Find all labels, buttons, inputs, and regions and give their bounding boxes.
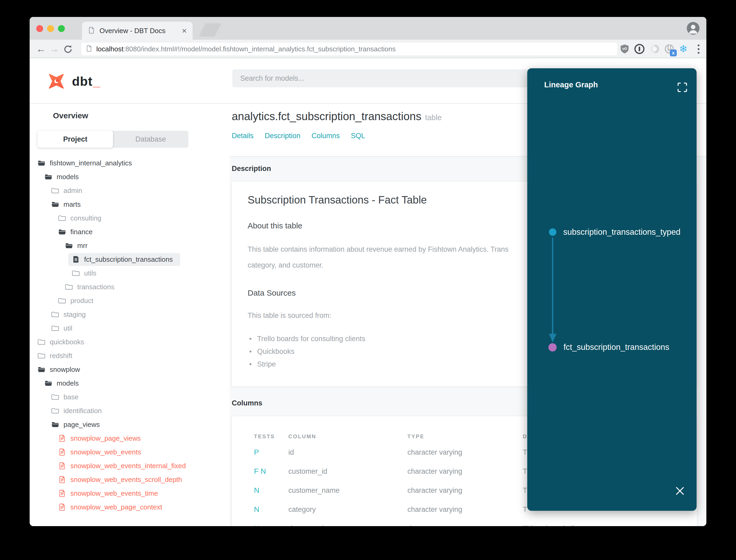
tree-item-label: mrr (77, 242, 88, 250)
tree-item-snowplow_web_events[interactable]: snowplow_web_events (30, 445, 230, 459)
chevron-right-icon[interactable]: › (631, 522, 634, 526)
tree-item-label: snowplow (50, 365, 80, 374)
tab-project[interactable]: Project (38, 131, 113, 148)
folder-closed-icon (58, 214, 66, 222)
folder-closed-icon (51, 310, 59, 318)
column-header-column: COLUMN (288, 433, 407, 440)
column-name: customer_name (288, 486, 407, 495)
tree-item-snowplow[interactable]: snowplow (30, 363, 230, 376)
tree-item-mrr[interactable]: mrr (30, 239, 230, 252)
project-database-toggle: ProjectDatabase (38, 131, 188, 148)
tree-item-utils[interactable]: utils (30, 266, 230, 280)
tree-item-models[interactable]: models (30, 170, 230, 184)
tab-title: Overview - DBT Docs (100, 27, 178, 35)
model-file-icon (58, 476, 66, 484)
profile-avatar[interactable] (687, 22, 699, 35)
close-window-button[interactable] (36, 25, 43, 32)
address-bar[interactable]: localhost:8080/index.html#!/model/model.… (81, 42, 618, 56)
tree-item-label: page_views (64, 421, 100, 429)
tab-circle-icon[interactable] (649, 43, 661, 55)
ublock-shield-icon[interactable]: uO (619, 43, 630, 55)
url-host: localhost (96, 45, 124, 53)
model-nav-columns[interactable]: Columns (312, 132, 340, 140)
snowflake-icon[interactable]: ❄ (678, 43, 689, 55)
minimize-window-button[interactable] (47, 25, 54, 32)
tree-item-marts[interactable]: marts (30, 197, 230, 211)
lineage-node-subscription_transactions_typed[interactable]: subscription_transactions_typed (549, 225, 680, 240)
dbt-logo[interactable]: dbt_ (45, 70, 100, 93)
tree-item-transactions[interactable]: transactions (30, 280, 230, 294)
folder-closed-icon (65, 283, 73, 291)
reload-icon[interactable] (63, 44, 73, 55)
tree-item-product[interactable]: product (30, 294, 230, 308)
tree-item-label: identification (64, 407, 102, 415)
browser-window: Overview - DBT Docs × ← → localhost:8080… (30, 17, 706, 526)
model-nav-sql[interactable]: SQL (351, 132, 365, 140)
tree-item-identification[interactable]: identification (30, 404, 230, 418)
browser-tab[interactable]: Overview - DBT Docs × (82, 22, 193, 40)
url-path: :8080/index.html#!/model/model.fishtown_… (124, 45, 396, 53)
forward-icon: → (48, 40, 60, 58)
back-icon[interactable]: ← (35, 40, 47, 58)
tree-item-label: finance (70, 228, 93, 236)
tree-item-snowplow_page_views[interactable]: snowplow_page_views (30, 431, 230, 445)
tree-item-staging[interactable]: staging (30, 308, 230, 321)
sidebar-heading-overview[interactable]: Overview (53, 111, 230, 120)
tree-item-page_views[interactable]: page_views (30, 418, 230, 431)
tree-item-label: admin (64, 187, 82, 195)
screenshot-canvas: Overview - DBT Docs × ← → localhost:8080… (0, 0, 736, 560)
folder-closed-icon (51, 407, 59, 415)
lineage-graph-panel: Lineage Graph subscription_transactions_… (527, 68, 697, 511)
tree-item-util[interactable]: util (30, 321, 230, 335)
column-type: character varying (407, 448, 523, 457)
tree-item-label: redshift (50, 352, 72, 360)
extension-icons: uO x ❄ (695, 40, 706, 58)
onepassword-icon[interactable] (634, 43, 645, 55)
lineage-close-icon[interactable] (674, 485, 686, 497)
column-type: character varying (407, 505, 523, 514)
model-file-icon (58, 462, 66, 470)
folder-open-icon (51, 421, 59, 428)
tree-item-label: snowplow_web_events_internal_fixed (70, 462, 186, 470)
lineage-node-fct_subscription_transactions[interactable]: fct_subscription_transactions (548, 340, 669, 355)
tree-item-fct_subscription_transactions[interactable]: fct_subscription_transactions (30, 252, 230, 266)
tree-item-label: snowplow_page_views (70, 434, 141, 442)
model-file-icon (58, 448, 66, 456)
tree-item-admin[interactable]: admin (30, 184, 230, 197)
tree-item-finance[interactable]: finance (30, 225, 230, 239)
tree-item-snowplow_web_page_context[interactable]: snowplow_web_page_context (30, 500, 230, 514)
zoom-window-button[interactable] (58, 25, 65, 32)
lineage-node-dot (548, 343, 557, 351)
tree-item-snowplow_web_events_time[interactable]: snowplow_web_events_time (30, 486, 230, 500)
tree-item-label: marts (64, 200, 81, 209)
lineage-node-label: fct_subscription_transactions (563, 342, 669, 352)
tests-badges: N (254, 524, 288, 526)
browser-menu-icon[interactable] (693, 43, 704, 55)
tree-item-base[interactable]: base (30, 390, 230, 404)
power-x-icon[interactable]: x (663, 43, 675, 55)
model-nav-details[interactable]: Details (232, 132, 254, 140)
column-name: id (288, 448, 407, 457)
tree-item-consulting[interactable]: consulting (30, 211, 230, 225)
lineage-node-label: subscription_transactions_typed (563, 227, 680, 237)
folder-open-icon (65, 242, 73, 250)
tab-database[interactable]: Database (113, 131, 188, 148)
dbt-logo-icon (45, 70, 68, 93)
tree-item-snowplow_web_events_scroll_depth[interactable]: snowplow_web_events_scroll_depth (30, 473, 230, 486)
tree-item-quickbooks[interactable]: quickbooks (30, 335, 230, 349)
folder-closed-icon (38, 352, 46, 360)
tree-item-fishtown_internal_analytics[interactable]: fishtown_internal_analytics (30, 156, 230, 170)
tree-item-redshift[interactable]: redshift (30, 349, 230, 363)
new-tab-button[interactable] (199, 23, 222, 37)
table-row-date_month[interactable]: Ndate_monthdateThis column indicates ...… (254, 519, 697, 526)
lineage-edge-arrow (527, 68, 697, 511)
tree-item-models[interactable]: models (30, 376, 230, 390)
power-x-badge: x (670, 49, 677, 56)
tab-close-icon[interactable]: × (182, 26, 187, 35)
tree-item-snowplow_web_events_internal_fixed[interactable]: snowplow_web_events_internal_fixed (30, 459, 230, 473)
window-controls (36, 25, 65, 32)
model-nav-description[interactable]: Description (265, 132, 301, 140)
column-type: character varying (407, 486, 523, 495)
url-text: localhost:8080/index.html#!/model/model.… (96, 45, 396, 53)
file-tree: fishtown_internal_analyticsmodelsadminma… (30, 156, 230, 514)
